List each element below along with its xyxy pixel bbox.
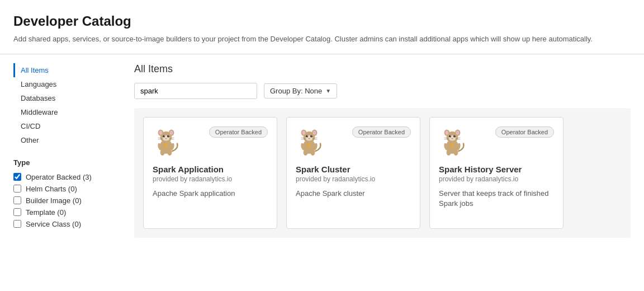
operator-badge-spark-cluster: Operator Backed xyxy=(352,126,411,138)
filter-checkbox-service-class[interactable] xyxy=(13,220,21,228)
card-desc-spark-application: Apache Spark application xyxy=(153,189,268,199)
sidebar-item-languages[interactable]: Languages xyxy=(13,77,116,91)
svg-point-26 xyxy=(313,130,316,134)
spark-mascot-icon xyxy=(296,126,323,158)
svg-point-46 xyxy=(446,130,449,134)
svg-point-4 xyxy=(159,130,163,134)
spark-mascot-icon xyxy=(153,126,179,158)
filter-label-template: Template (0) xyxy=(26,208,66,217)
svg-point-28 xyxy=(306,135,308,137)
svg-point-10 xyxy=(168,135,169,136)
filter-service-class[interactable]: Service Class (0) xyxy=(13,218,116,230)
svg-point-25 xyxy=(302,130,306,134)
filter-label-helm-charts: Helm Charts (0) xyxy=(26,185,77,193)
card-provider-spark-cluster: provided by radanalytics.io xyxy=(296,175,411,183)
chevron-down-icon: ▼ xyxy=(325,88,331,94)
svg-point-53 xyxy=(452,138,453,139)
operator-badge-spark-history-server: Operator Backed xyxy=(495,126,554,138)
svg-point-47 xyxy=(456,130,460,134)
filter-label-builder-image: Builder Image (0) xyxy=(26,196,82,205)
card-header-spark-cluster: Operator Backed xyxy=(296,126,411,158)
search-input[interactable] xyxy=(134,83,257,99)
svg-point-30 xyxy=(307,135,307,136)
filter-helm-charts[interactable]: Helm Charts (0) xyxy=(13,183,116,195)
card-spark-cluster[interactable]: Operator Backed Spark Cluster provided b… xyxy=(286,117,420,229)
spark-mascot-icon xyxy=(439,126,466,158)
card-title-spark-application: Spark Application xyxy=(153,165,268,174)
svg-point-38 xyxy=(310,149,315,155)
svg-point-9 xyxy=(164,135,164,136)
sidebar-item-databases[interactable]: Databases xyxy=(13,91,116,105)
sidebar-item-middleware[interactable]: Middleware xyxy=(13,105,116,119)
card-spark-history-server[interactable]: Operator Backed Spark History Server pro… xyxy=(429,117,564,229)
page-description: Add shared apps, services, or source-to-… xyxy=(13,34,631,45)
sidebar: All ItemsLanguagesDatabasesMiddlewareCI/… xyxy=(13,63,125,238)
page-title: Developer Catalog xyxy=(13,13,631,29)
content-area: All ItemsLanguagesDatabasesMiddlewareCI/… xyxy=(13,54,631,238)
svg-point-32 xyxy=(309,138,310,139)
type-filters: Operator Backed (3)Helm Charts (0)Builde… xyxy=(13,171,116,230)
svg-point-11 xyxy=(165,138,167,139)
sidebar-item-other[interactable]: Other xyxy=(13,133,116,147)
filter-label-operator-backed: Operator Backed (3) xyxy=(26,173,92,181)
main-content: All Items Group By: None ▼ xyxy=(125,63,631,238)
main-section-title: All Items xyxy=(134,63,631,75)
svg-point-8 xyxy=(167,135,169,137)
svg-point-29 xyxy=(310,135,312,137)
svg-point-5 xyxy=(170,130,173,134)
card-spark-application[interactable]: Operator Backed Spark Application provid… xyxy=(143,117,277,229)
svg-point-50 xyxy=(453,135,456,137)
svg-point-31 xyxy=(311,135,312,136)
card-header-spark-application: Operator Backed xyxy=(153,126,268,158)
svg-point-7 xyxy=(163,135,165,137)
group-by-dropdown[interactable]: Group By: None ▼ xyxy=(264,83,337,98)
card-title-spark-history-server: Spark History Server xyxy=(439,165,554,174)
card-provider-spark-history-server: provided by radanalytics.io xyxy=(439,175,554,183)
filter-checkbox-operator-backed[interactable] xyxy=(13,173,21,181)
sidebar-nav: All ItemsLanguagesDatabasesMiddlewareCI/… xyxy=(13,63,116,147)
card-provider-spark-application: provided by radanalytics.io xyxy=(153,175,268,183)
developer-catalog-page: Developer Catalog Add shared apps, servi… xyxy=(0,0,644,238)
group-by-label: Group By: None xyxy=(270,87,322,95)
svg-point-59 xyxy=(453,149,458,155)
filter-builder-image[interactable]: Builder Image (0) xyxy=(13,195,116,206)
svg-point-17 xyxy=(167,149,172,155)
card-desc-spark-history-server: Server that keeps track of finished Spar… xyxy=(439,189,554,209)
svg-point-16 xyxy=(160,149,165,155)
sidebar-item-all-items[interactable]: All Items xyxy=(13,63,116,77)
svg-point-51 xyxy=(450,135,451,136)
svg-point-58 xyxy=(447,149,451,155)
filter-checkbox-template[interactable] xyxy=(13,208,21,216)
search-bar: Group By: None ▼ xyxy=(134,83,631,99)
filter-checkbox-helm-charts[interactable] xyxy=(13,185,21,193)
cards-container: Operator Backed Spark Application provid… xyxy=(134,108,631,238)
filter-operator-backed[interactable]: Operator Backed (3) xyxy=(13,171,116,183)
filter-checkbox-builder-image[interactable] xyxy=(13,196,21,204)
card-header-spark-history-server: Operator Backed xyxy=(439,126,554,158)
filter-label-service-class: Service Class (0) xyxy=(26,220,81,228)
svg-point-52 xyxy=(454,135,455,136)
sidebar-item-cicd[interactable]: CI/CD xyxy=(13,119,116,133)
operator-badge-spark-application: Operator Backed xyxy=(209,126,268,138)
card-desc-spark-cluster: Apache Spark cluster xyxy=(296,189,411,199)
svg-point-37 xyxy=(304,149,308,155)
svg-point-49 xyxy=(449,135,451,137)
card-title-spark-cluster: Spark Cluster xyxy=(296,165,411,174)
filter-template[interactable]: Template (0) xyxy=(13,206,116,218)
type-section-title: Type xyxy=(13,158,116,167)
